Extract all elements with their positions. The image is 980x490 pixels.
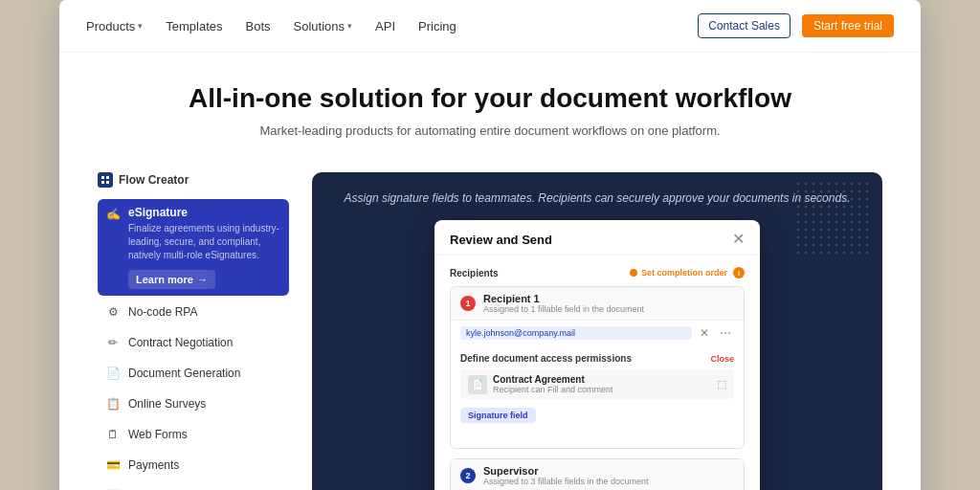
doc-info: Contract Agreement Recipient can Fill an… [493, 374, 711, 394]
main-window: Products ▾ Templates Bots Solutions ▾ AP… [59, 0, 921, 490]
recipient-1-card: 1 Recipient 1 Assigned to 1 fillable fie… [450, 286, 745, 449]
sidebar-item-web-forms[interactable]: 🗒 Web Forms [98, 420, 289, 449]
nav-links: Products ▾ Templates Bots Solutions ▾ AP… [86, 19, 457, 33]
document-row: 📄 Contract Agreement Recipient can Fill … [460, 369, 734, 399]
review-send-dialog: Review and Send ✕ Recipients Set complet… [434, 220, 760, 490]
nav-templates[interactable]: Templates [166, 19, 222, 33]
sidebar-item-process-analytics[interactable]: 📊 Process Analytics [98, 481, 289, 490]
sidebar-header: Flow Creator [98, 172, 289, 188]
svg-rect-0 [101, 176, 104, 179]
arrow-right-icon: → [197, 274, 208, 285]
payments-icon: 💳 [105, 457, 121, 473]
svg-rect-3 [106, 181, 109, 184]
document-icon: 📄 [468, 375, 487, 394]
permissions-section: Define document access permissions Close… [451, 353, 744, 440]
dialog-title: Review and Send [450, 233, 552, 247]
permissions-header: Define document access permissions Close [460, 353, 734, 364]
sidebar-item-contract-negotiation[interactable]: ✏ Contract Negotiation [98, 328, 289, 357]
recipient-1-info: Recipient 1 Assigned to 1 fillable field… [483, 293, 734, 314]
info-icon: i [733, 267, 745, 278]
start-trial-button[interactable]: Start free trial [802, 14, 894, 37]
sidebar-item-online-surveys[interactable]: 📋 Online Surveys [98, 390, 289, 418]
hero-subtitle: Market-leading products for automating e… [78, 123, 902, 138]
esignature-content: eSignature Finalize agreements using ind… [128, 206, 281, 289]
hero-section: All-in-one solution for your document wo… [59, 53, 921, 157]
doc-action-icon: ⬚ [717, 378, 726, 390]
recipient-2-card: 2 Supervisor Assigned to 3 fillable fiel… [450, 458, 745, 490]
contact-sales-button[interactable]: Contact Sales [698, 13, 791, 38]
svg-rect-5 [796, 182, 873, 258]
rpa-icon: ⚙ [105, 304, 121, 320]
flow-creator-icon [98, 172, 113, 188]
sidebar-item-document-generation[interactable]: 📄 Document Generation [98, 359, 289, 388]
recipient-2-header: 2 Supervisor Assigned to 3 fillable fiel… [451, 459, 744, 490]
signature-field-button[interactable]: Signature field [460, 408, 536, 423]
recipient-1-header: 1 Recipient 1 Assigned to 1 fillable fie… [451, 287, 744, 321]
recipient-1-remove-button[interactable]: ✕ [696, 324, 713, 342]
completion-order-badge: Set completion order i [630, 267, 745, 278]
learn-more-button[interactable]: Learn more → [128, 270, 215, 289]
sidebar-item-payments[interactable]: 💳 Payments [98, 451, 289, 479]
survey-icon: 📋 [105, 396, 121, 412]
esignature-icon: ✍ [105, 207, 121, 222]
contract-negotiation-icon: ✏ [105, 335, 121, 350]
sidebar-item-esignature[interactable]: ✍ eSignature Finalize agreements using i… [98, 199, 289, 296]
sidebar: Flow Creator ✍ eSignature Finalize agree… [98, 172, 289, 490]
dialog-header: Review and Send ✕ [434, 220, 760, 256]
svg-rect-1 [106, 176, 109, 179]
web-forms-icon: 🗒 [105, 427, 121, 442]
navbar: Products ▾ Templates Bots Solutions ▾ AP… [59, 0, 921, 53]
completion-dot-icon [630, 269, 637, 277]
dialog-body: Recipients Set completion order i 1 Rec [434, 256, 760, 490]
nav-api[interactable]: API [375, 19, 395, 33]
recipient-1-number: 1 [460, 296, 476, 311]
nav-actions: Contact Sales Start free trial [698, 13, 894, 38]
panel-caption: Assign signature fields to teammates. Re… [331, 191, 863, 205]
screenshot-panel: Assign signature fields to teammates. Re… [312, 172, 882, 490]
recipient-2-info: Supervisor Assigned to 3 fillable fields… [483, 465, 734, 486]
main-content: Flow Creator ✍ eSignature Finalize agree… [59, 157, 921, 490]
dots-decoration [796, 182, 873, 258]
svg-rect-2 [101, 181, 104, 184]
recipient-1-more-button[interactable]: ⋯ [717, 324, 734, 342]
nav-solutions[interactable]: Solutions ▾ [294, 19, 352, 33]
nav-pricing[interactable]: Pricing [418, 19, 457, 33]
recipient-1-email-row: kyle.johnson@company.mail ✕ ⋯ [451, 321, 744, 345]
close-button[interactable]: ✕ [732, 232, 745, 247]
doc-gen-icon: 📄 [105, 366, 121, 381]
hero-title: All-in-one solution for your document wo… [78, 83, 902, 114]
recipients-section-label: Recipients Set completion order i [450, 267, 745, 278]
close-permissions-link[interactable]: Close [710, 354, 734, 364]
chevron-down-icon: ▾ [347, 21, 352, 31]
chevron-down-icon: ▾ [138, 21, 143, 31]
nav-bots[interactable]: Bots [246, 19, 271, 33]
recipient-1-email: kyle.johnson@company.mail [460, 326, 692, 340]
recipient-2-number: 2 [460, 468, 476, 483]
sidebar-item-nocode-rpa[interactable]: ⚙ No-code RPA [98, 298, 289, 326]
nav-products[interactable]: Products ▾ [86, 19, 143, 33]
